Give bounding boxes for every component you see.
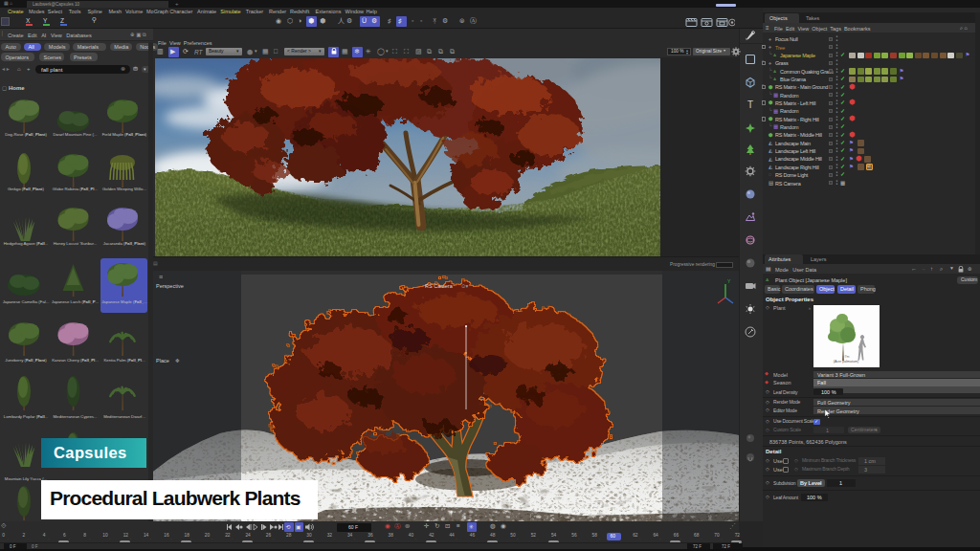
svg-text:(Acer palmatum): (Acer palmatum) [834,360,859,364]
svg-text:~7m: ~7m [842,355,849,359]
svg-text:Rbd Shading : 50ms: Rbd Shading : 50ms [685,509,725,514]
svg-text:T: T [747,99,753,110]
